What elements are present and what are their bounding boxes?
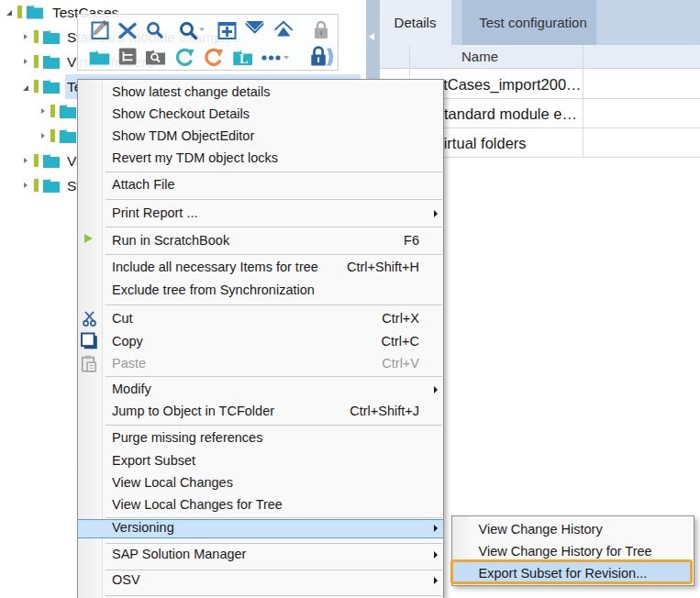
svg-text:L: L [239,52,248,66]
